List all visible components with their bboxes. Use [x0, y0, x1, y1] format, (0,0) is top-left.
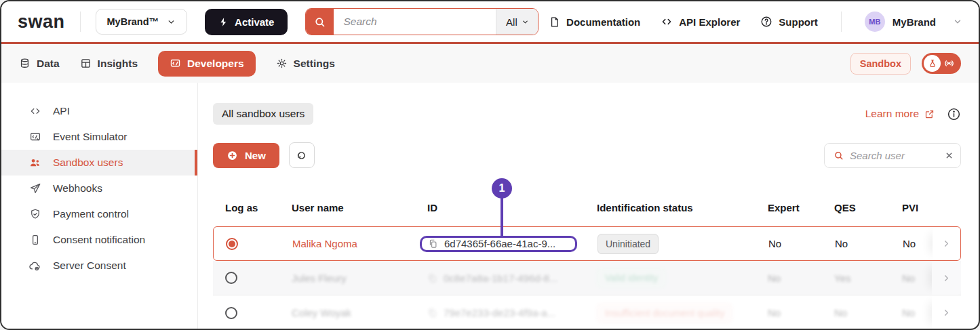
- identification-status-cell: Valid identity: [586, 268, 757, 288]
- chevron-down-icon: [167, 18, 176, 26]
- sidebar-item-label: Event Simulator: [53, 131, 127, 143]
- document-icon: [549, 16, 560, 28]
- api-explorer-link[interactable]: API Explorer: [661, 16, 740, 28]
- log-as-cell: [213, 272, 281, 284]
- sidebar-item-label: Consent notification: [53, 234, 145, 246]
- log-as-radio[interactable]: [225, 307, 237, 319]
- status-badge: Valid identity: [597, 268, 666, 288]
- table-row[interactable]: Malika Ngoma 6d74365f-66ae-41ac-9... 1 U…: [213, 226, 961, 261]
- page-body: API Event Simulator Sandbox users Webhoo…: [1, 83, 979, 329]
- qes-cell: No: [823, 307, 891, 318]
- sidebar: API Event Simulator Sandbox users Webhoo…: [1, 83, 198, 329]
- user-id-text: 79e7e233-de23-4f9a-a...: [444, 307, 555, 318]
- live-signal-icon: [943, 58, 955, 69]
- expert-cell: No: [758, 238, 824, 249]
- activate-button[interactable]: Activate: [205, 9, 288, 35]
- row-open-button[interactable]: [933, 227, 960, 260]
- search-icon[interactable]: [306, 9, 334, 35]
- user-id-cell[interactable]: 0c8e7a8a-1b17-496d-8...: [416, 272, 586, 284]
- dev-window-icon: [170, 58, 181, 69]
- log-as-radio[interactable]: [225, 272, 237, 284]
- sidebar-item-sandbox-users[interactable]: Sandbox users: [1, 150, 197, 176]
- environment-toggle[interactable]: [922, 53, 961, 74]
- refresh-button[interactable]: [289, 142, 315, 168]
- swan-logo: swan: [18, 12, 65, 33]
- info-icon[interactable]: [947, 107, 961, 121]
- user-id-cell[interactable]: 6d74365f-66ae-41ac-9... 1: [417, 238, 587, 249]
- gear-icon: [276, 58, 288, 69]
- sidebar-item-event-simulator[interactable]: Event Simulator: [1, 124, 197, 150]
- api-explorer-label: API Explorer: [679, 16, 740, 28]
- filter-chip[interactable]: All sandbox users: [213, 103, 313, 125]
- database-icon: [19, 58, 31, 69]
- environment-controls: Sandbox: [850, 53, 961, 75]
- tab-data-label: Data: [37, 58, 60, 70]
- search-scope-dropdown[interactable]: All: [496, 9, 538, 35]
- support-label: Support: [779, 16, 818, 28]
- identification-status-cell: Insufficient document quality: [586, 303, 757, 323]
- sidebar-item-label: Payment control: [53, 208, 129, 220]
- copy-icon[interactable]: [427, 308, 437, 318]
- sidebar-item-payment-control[interactable]: Payment control: [1, 201, 197, 227]
- sidebar-item-api[interactable]: API: [1, 98, 197, 124]
- header-actions: Learn more: [865, 107, 961, 121]
- documentation-link[interactable]: Documentation: [549, 16, 640, 28]
- log-as-cell: [214, 238, 281, 250]
- user-name-cell[interactable]: Malika Ngoma: [281, 238, 417, 249]
- global-search: All: [305, 8, 538, 35]
- pvi-cell: No: [891, 307, 932, 318]
- copy-icon[interactable]: [428, 239, 438, 249]
- user-search-input[interactable]: [850, 150, 939, 161]
- tab-insights[interactable]: Insights: [80, 58, 138, 70]
- sidebar-item-label: Server Consent: [53, 260, 126, 272]
- close-icon[interactable]: [945, 151, 954, 160]
- external-link-icon: [924, 109, 935, 119]
- row-open-button[interactable]: [932, 261, 961, 295]
- code-icon: [28, 105, 41, 117]
- sidebar-item-consent-notification[interactable]: Consent notification: [1, 227, 197, 253]
- user-id-cell[interactable]: 79e7e233-de23-4f9a-a...: [416, 307, 586, 318]
- global-search-input[interactable]: [334, 9, 496, 35]
- main-content: All sandbox users Learn more: [198, 83, 979, 329]
- plus-circle-icon: [227, 150, 238, 161]
- log-as-radio-selected[interactable]: [226, 238, 238, 250]
- column-header-log-as: Log as: [213, 202, 281, 213]
- support-link[interactable]: Support: [760, 16, 818, 28]
- project-selector-label: MyBrand™: [107, 16, 159, 27]
- table-row[interactable]: Jules Fleury 0c8e7a8a-1b17-496d-8... Val…: [213, 261, 961, 295]
- top-links: Documentation API Explorer Support MB My…: [549, 12, 962, 32]
- column-header-id: ID: [416, 202, 586, 213]
- divider: [80, 12, 81, 32]
- tab-settings-label: Settings: [294, 58, 335, 70]
- top-bar: swan MyBrand™ Activate All: [1, 1, 979, 42]
- user-name-cell[interactable]: Jules Fleury: [281, 272, 416, 284]
- learn-more-link[interactable]: Learn more: [865, 108, 935, 120]
- tab-data[interactable]: Data: [19, 58, 60, 70]
- flask-icon: [924, 55, 941, 72]
- qes-cell: Yes: [823, 272, 891, 284]
- code-icon: [661, 16, 673, 28]
- bolt-icon: [218, 17, 229, 27]
- documentation-label: Documentation: [566, 16, 640, 28]
- sidebar-item-server-consent[interactable]: Server Consent: [1, 253, 197, 279]
- log-as-cell: [213, 307, 281, 319]
- main-header: All sandbox users Learn more: [213, 103, 961, 125]
- grid-icon: [80, 58, 92, 69]
- account-menu[interactable]: MB MyBrand: [865, 12, 962, 32]
- row-open-button[interactable]: [932, 295, 961, 330]
- new-user-button[interactable]: New: [213, 143, 279, 168]
- tab-developers[interactable]: Developers: [158, 51, 256, 77]
- toolbar: New: [213, 142, 961, 168]
- copy-icon[interactable]: [427, 273, 437, 283]
- search-scope-label: All: [506, 16, 517, 28]
- tab-settings[interactable]: Settings: [276, 58, 335, 70]
- new-user-label: New: [245, 150, 266, 161]
- project-selector[interactable]: MyBrand™: [96, 9, 188, 35]
- qes-cell: No: [824, 238, 892, 249]
- sidebar-item-webhooks[interactable]: Webhooks: [1, 176, 197, 201]
- sandbox-badge: Sandbox: [850, 53, 911, 75]
- paper-plane-icon: [28, 182, 41, 194]
- user-name-cell[interactable]: Coley Woyak: [281, 307, 416, 318]
- table-row[interactable]: Coley Woyak 79e7e233-de23-4f9a-a... Insu…: [213, 295, 961, 330]
- chevron-down-icon: [953, 17, 962, 26]
